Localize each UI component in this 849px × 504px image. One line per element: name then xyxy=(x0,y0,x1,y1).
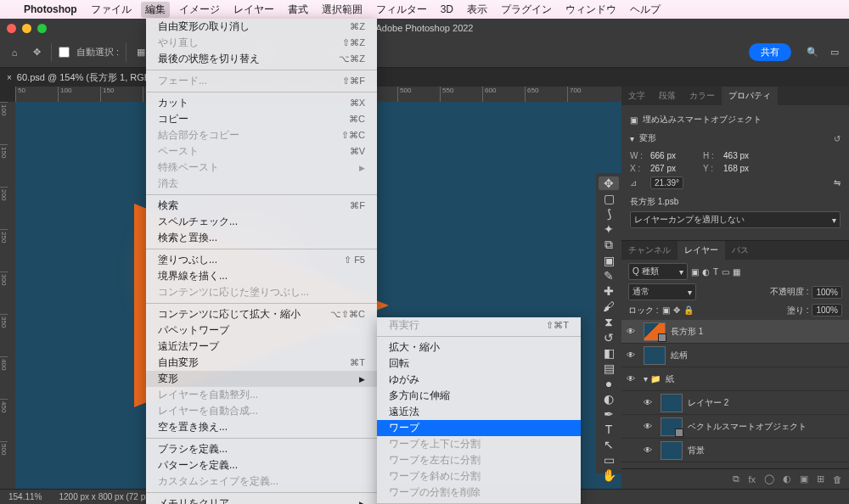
eyedropper-tool[interactable]: ✎ xyxy=(599,269,619,283)
close-window-button[interactable] xyxy=(7,24,16,33)
tab-properties[interactable]: プロパティ xyxy=(722,87,778,105)
move-tool[interactable]: ✥ xyxy=(599,176,619,190)
lock-pos-icon[interactable]: ✥ xyxy=(673,305,680,315)
y-value[interactable]: 168 px xyxy=(723,164,749,173)
fx-icon[interactable]: fx xyxy=(748,474,756,484)
layer-thumb[interactable] xyxy=(661,417,683,436)
menu-item[interactable]: ゆがみ xyxy=(377,372,581,388)
tab-channels[interactable]: チャンネル xyxy=(621,241,678,260)
menu-item[interactable]: 塗りつぶし...⇧ F5 xyxy=(146,252,377,268)
trash-icon[interactable]: 🗑 xyxy=(833,474,842,484)
workspace-icon[interactable]: ▭ xyxy=(827,45,842,60)
home-icon[interactable]: ⌂ xyxy=(7,45,22,60)
close-icon[interactable]: × xyxy=(7,73,12,82)
layer-row[interactable]: 👁ベクトルスマートオブジェクト xyxy=(621,415,849,439)
share-button[interactable]: 共有 xyxy=(749,43,791,61)
menu-plugin[interactable]: プラグイン xyxy=(501,3,552,17)
menu-item[interactable]: 空を置き換え... xyxy=(146,419,377,435)
eraser-tool[interactable]: ◧ xyxy=(599,346,619,360)
pen-tool[interactable]: ✒ xyxy=(599,407,619,421)
menu-item[interactable]: 回転 xyxy=(377,356,581,372)
layercomp-select[interactable]: レイヤーカンプを適用しない▾ xyxy=(630,211,841,228)
menu-layer[interactable]: レイヤー xyxy=(233,3,274,17)
doc-info[interactable]: 1200 px x 800 px (72 ppi) xyxy=(59,492,155,501)
filter-type-icon[interactable]: T xyxy=(713,267,718,277)
layer-thumb[interactable] xyxy=(661,441,683,460)
stamp-tool[interactable]: ⧗ xyxy=(599,315,619,329)
menu-item[interactable]: メモリをクリア▶ xyxy=(146,496,377,504)
menu-image[interactable]: イメージ xyxy=(179,3,220,17)
dodge-tool[interactable]: ◐ xyxy=(599,392,619,406)
minimize-window-button[interactable] xyxy=(22,24,31,33)
menu-item[interactable]: 変形▶ xyxy=(146,371,377,387)
menu-item[interactable]: ブラシを定義... xyxy=(146,441,377,457)
filter-img-icon[interactable]: ▣ xyxy=(691,267,699,277)
menu-item[interactable]: スペルチェック... xyxy=(146,214,377,230)
filter-smart-icon[interactable]: ▦ xyxy=(733,267,740,277)
menu-item[interactable]: コンテンツに応じて拡大・縮小⌥⇧⌘C xyxy=(146,306,377,322)
layer-row[interactable]: 👁背景 xyxy=(621,439,849,462)
x-value[interactable]: 267 px xyxy=(650,164,676,173)
blend-select[interactable]: 通常▾ xyxy=(628,283,696,300)
layer-thumb[interactable] xyxy=(661,394,683,412)
menu-view[interactable]: 表示 xyxy=(467,3,487,17)
link-layers-icon[interactable]: ⧉ xyxy=(733,473,739,484)
linked-file[interactable]: 長方形 1.psb xyxy=(630,196,678,208)
height-value[interactable]: 463 px xyxy=(723,151,749,160)
visibility-icon[interactable]: 👁 xyxy=(627,350,638,360)
visibility-icon[interactable]: 👁 xyxy=(644,422,655,431)
menu-type[interactable]: 書式 xyxy=(288,3,308,17)
wand-tool[interactable]: ✦ xyxy=(599,222,619,236)
menu-item[interactable]: 最後の状態を切り替え⌥⌘Z xyxy=(146,51,377,67)
reset-icon[interactable]: ↺ xyxy=(834,134,841,143)
crop-tool[interactable]: ⧉ xyxy=(599,238,619,252)
lock-img-icon[interactable]: ▣ xyxy=(662,305,670,315)
menu-edit[interactable]: 編集 xyxy=(141,2,170,18)
menu-item[interactable]: パターンを定義... xyxy=(146,457,377,473)
menu-help[interactable]: ヘルプ xyxy=(630,3,661,17)
angle-value[interactable]: 21.39° xyxy=(650,176,683,189)
filter-adj-icon[interactable]: ◐ xyxy=(702,267,710,277)
menu-window[interactable]: ウィンドウ xyxy=(565,3,616,17)
document-tab[interactable]: × 60.psd @ 154% (長方形 1, RGB/8) xyxy=(7,71,161,84)
width-value[interactable]: 666 px xyxy=(650,151,676,160)
filter-shape-icon[interactable]: ▭ xyxy=(722,267,729,277)
heal-tool[interactable]: ✚ xyxy=(599,284,619,298)
layer-thumb[interactable] xyxy=(644,322,666,341)
menu-item[interactable]: コピー⌘C xyxy=(146,111,377,127)
new-layer-icon[interactable]: ⊞ xyxy=(817,473,824,484)
menu-item[interactable]: 遠近法ワープ xyxy=(146,339,377,355)
brush-tool[interactable]: 🖌 xyxy=(599,300,619,313)
visibility-icon[interactable]: 👁 xyxy=(627,327,638,336)
kind-filter[interactable]: Q 種類▾ xyxy=(628,263,688,280)
menu-item[interactable]: カット⌘X xyxy=(146,95,377,111)
menu-item[interactable]: 自由変形の取り消し⌘Z xyxy=(146,19,377,35)
layer-row[interactable]: 👁絵柄 xyxy=(621,344,849,367)
menu-filter[interactable]: フィルター xyxy=(376,3,427,17)
visibility-icon[interactable]: 👁 xyxy=(627,374,638,384)
tab-para[interactable]: 段落 xyxy=(652,87,683,105)
mask-icon[interactable]: ◯ xyxy=(764,473,774,484)
move-tool-icon[interactable]: ✥ xyxy=(29,45,44,60)
frame-tool[interactable]: ▣ xyxy=(599,254,619,267)
lasso-tool[interactable]: ⟆ xyxy=(599,207,619,221)
menu-item[interactable]: 検索と置換... xyxy=(146,230,377,246)
gradient-tool[interactable]: ▤ xyxy=(599,361,619,375)
tab-layers[interactable]: レイヤー xyxy=(678,241,725,260)
chevron-down-icon[interactable]: ▾ xyxy=(630,134,634,143)
menu-file[interactable]: ファイル xyxy=(91,3,132,17)
hand-tool[interactable]: ✋ xyxy=(599,468,619,482)
path-tool[interactable]: ↖ xyxy=(599,438,619,451)
visibility-icon[interactable]: 👁 xyxy=(644,398,655,407)
menu-item[interactable]: パペットワープ xyxy=(146,322,377,339)
menu-3d[interactable]: 3D xyxy=(441,3,453,15)
adj-icon[interactable]: ◐ xyxy=(783,473,791,484)
tab-paths[interactable]: パス xyxy=(725,241,756,260)
blur-tool[interactable]: ● xyxy=(599,377,619,390)
menu-item[interactable]: 自由変形⌘T xyxy=(146,355,377,371)
menu-item[interactable]: 検索⌘F xyxy=(146,198,377,214)
auto-select-checkbox[interactable] xyxy=(59,47,70,58)
menu-item[interactable]: 拡大・縮小 xyxy=(377,339,581,356)
menu-select[interactable]: 選択範囲 xyxy=(322,3,363,17)
menu-item[interactable]: 遠近法 xyxy=(377,404,581,420)
